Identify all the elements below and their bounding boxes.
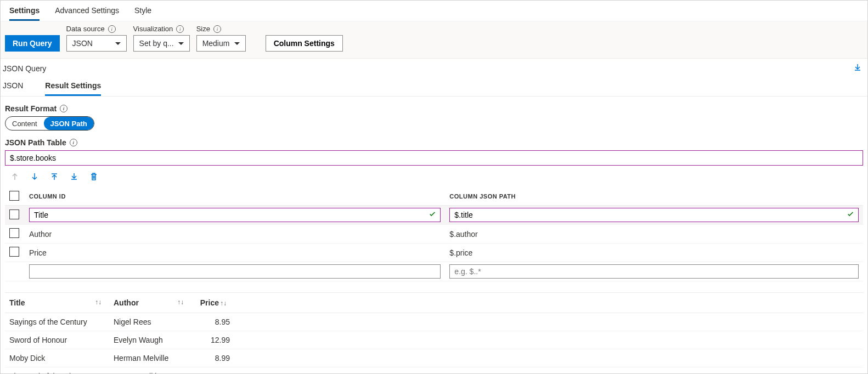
table-row	[5, 262, 863, 281]
info-icon[interactable]: i	[70, 139, 77, 146]
results-cell-price: 12.99	[191, 331, 235, 349]
column-id-header: COLUMN ID	[25, 188, 445, 206]
sort-icon[interactable]: ↑↓	[220, 299, 227, 307]
results-table: Title ↑↓ Author ↑↓ Price↑↓	[5, 292, 863, 374]
new-column-id-input[interactable]	[29, 264, 441, 279]
column-path-value[interactable]: $.author	[445, 225, 863, 243]
info-icon[interactable]: i	[176, 25, 184, 33]
check-icon	[429, 211, 436, 220]
row-checkbox[interactable]	[9, 209, 19, 219]
columns-config-table: COLUMN ID COLUMN JSON PATH	[5, 188, 863, 281]
table-row: Author $.author	[5, 225, 863, 243]
size-label: Size i	[196, 25, 246, 33]
results-cell-author: Evelyn Waugh	[109, 331, 191, 349]
delete-icon[interactable]	[89, 172, 98, 181]
top-tabs: Settings Advanced Settings Style	[1, 1, 867, 21]
size-dropdown[interactable]: Medium	[196, 35, 246, 52]
table-row: Price $.price	[5, 243, 863, 262]
select-all-checkbox[interactable]	[9, 191, 19, 201]
result-format-label: Result Format i	[5, 104, 863, 113]
column-path-header: COLUMN JSON PATH	[445, 188, 863, 206]
results-row: Sword of Honour Evelyn Waugh 12.99	[5, 331, 863, 349]
info-icon[interactable]: i	[108, 25, 116, 33]
result-format-json-path[interactable]: JSON Path	[44, 117, 94, 130]
row-actions	[5, 166, 863, 188]
results-cell-price: 8.99	[191, 349, 235, 367]
results-cell-title: Sayings of the Century	[5, 313, 109, 331]
info-icon[interactable]: i	[213, 25, 221, 33]
results-cell-title: The Lord of the Rings	[5, 367, 109, 375]
result-format-content[interactable]: Content	[5, 117, 44, 130]
tab-settings[interactable]: Settings	[9, 4, 40, 21]
app-root: Settings Advanced Settings Style Run Que…	[0, 0, 868, 374]
tab-result-settings[interactable]: Result Settings	[45, 81, 101, 96]
move-up-icon	[10, 172, 19, 181]
results-row: Sayings of the Century Nigel Rees 8.95	[5, 313, 863, 331]
tab-style[interactable]: Style	[134, 4, 151, 21]
table-row	[5, 206, 863, 225]
move-down-icon[interactable]	[30, 172, 39, 181]
move-top-icon[interactable]	[50, 172, 59, 181]
column-path-input[interactable]	[449, 208, 859, 222]
results-header-price[interactable]: Price↑↓	[191, 293, 235, 313]
visualization-dropdown[interactable]: Set by q...	[133, 35, 190, 52]
column-path-value[interactable]: $.price	[445, 243, 863, 262]
results-cell-title: Sword of Honour	[5, 331, 109, 349]
column-id-value[interactable]: Author	[25, 225, 445, 243]
results-cell-price: 22.99	[191, 367, 235, 375]
query-section-title: JSON Query	[3, 64, 46, 73]
results-header-author[interactable]: Author ↑↓	[109, 293, 191, 313]
results-header-title[interactable]: Title ↑↓	[5, 293, 109, 313]
row-checkbox[interactable]	[9, 228, 19, 238]
json-path-table-label: JSON Path Table i	[5, 138, 863, 147]
column-id-input[interactable]	[29, 208, 441, 222]
result-format-toggle: Content JSON Path	[5, 116, 94, 131]
results-cell-author: Herman Melville	[109, 349, 191, 367]
sub-tabs: JSON Result Settings	[1, 76, 867, 97]
column-settings-button[interactable]: Column Settings	[266, 35, 343, 52]
results-cell-author: J. R. R. Tolkien	[109, 367, 191, 375]
data-source-dropdown[interactable]: JSON	[66, 35, 127, 52]
results-cell-title: Moby Dick	[5, 349, 109, 367]
new-column-path-input[interactable]	[449, 264, 859, 279]
results-row: Moby Dick Herman Melville 8.99	[5, 349, 863, 367]
results-cell-author: Nigel Rees	[109, 313, 191, 331]
results-row: The Lord of the Rings J. R. R. Tolkien 2…	[5, 367, 863, 375]
query-section-header: JSON Query	[1, 59, 867, 76]
results-cell-price: 8.95	[191, 313, 235, 331]
result-settings-panel: Result Format i Content JSON Path JSON P…	[1, 97, 867, 374]
download-icon[interactable]	[853, 63, 862, 73]
sort-icon[interactable]: ↑↓	[95, 298, 102, 306]
toolbar: Run Query Data source i JSON Visualizati…	[1, 21, 867, 59]
run-query-button[interactable]: Run Query	[5, 35, 60, 52]
json-path-table-input[interactable]	[5, 150, 863, 166]
tab-json[interactable]: JSON	[3, 81, 23, 96]
info-icon[interactable]: i	[60, 105, 67, 112]
data-source-label: Data source i	[66, 25, 127, 33]
column-id-value[interactable]: Price	[25, 243, 445, 262]
sort-icon[interactable]: ↑↓	[177, 298, 184, 306]
row-checkbox[interactable]	[9, 247, 19, 257]
visualization-label: Visualization i	[133, 25, 190, 33]
tab-advanced-settings[interactable]: Advanced Settings	[55, 4, 119, 21]
move-bottom-icon[interactable]	[70, 172, 78, 181]
check-icon	[847, 211, 854, 220]
